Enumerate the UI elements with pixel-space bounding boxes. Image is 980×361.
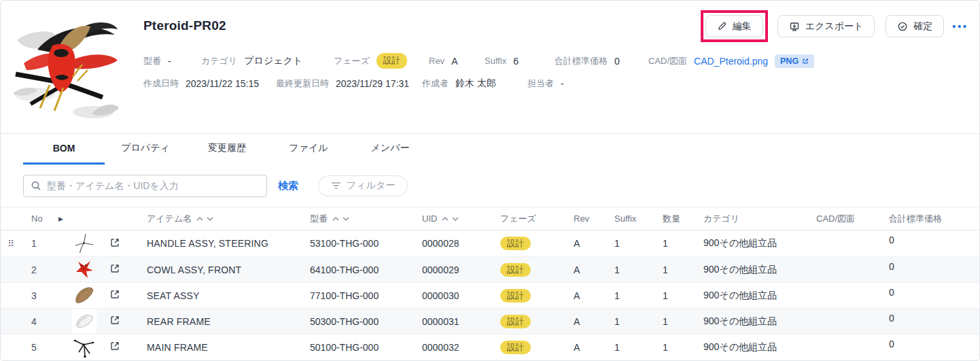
col-header-suffix: Suffix [609, 213, 653, 224]
updated-at-label: 最終更新日時 [276, 78, 329, 90]
sort-desc-icon[interactable] [452, 217, 459, 221]
product-image [12, 12, 121, 121]
col-header-cad: CAD/図面 [813, 213, 881, 225]
open-item-icon[interactable] [109, 315, 120, 326]
sort-desc-icon[interactable] [207, 217, 213, 221]
table-row[interactable]: ⠿ 1 HANDLE ASSY, STEERING 53100-THG-000 … [1, 230, 979, 256]
col-header-qty: 数量 [653, 213, 694, 225]
item-name: REAR FRAME [140, 316, 310, 327]
tab-properties[interactable]: プロパティ [105, 134, 186, 165]
item-rev: A [568, 238, 609, 249]
phase-badge: 設計 [500, 315, 531, 328]
row-number: 1 [21, 238, 58, 249]
item-model: 50100-THG-000 [310, 342, 422, 353]
phase-label: フェーズ [334, 55, 370, 67]
check-circle-icon [897, 21, 908, 32]
table-row[interactable]: 2 COWL ASSY, FRONT 64100-THG-000 0000029… [1, 256, 979, 282]
item-price: 0 [881, 283, 979, 298]
filter-button-label: フィルター [347, 179, 395, 192]
item-suffix: 1 [609, 238, 653, 249]
sort-asc-icon[interactable] [332, 217, 339, 221]
search-button[interactable]: 検索 [278, 179, 298, 192]
item-rev: A [568, 290, 609, 301]
tab-members[interactable]: メンバー [349, 134, 431, 165]
header-main: Pteroid-PR02 編集 [143, 12, 968, 122]
item-uid: 0000029 [422, 264, 500, 275]
tab-change-history[interactable]: 変更履歴 [186, 134, 268, 165]
table-row[interactable]: 4 REAR FRAME 50300-THG-000 0000031 設計 A … [1, 308, 979, 334]
sort-desc-icon[interactable] [343, 217, 349, 221]
item-qty: 1 [653, 264, 694, 275]
phase-badge: 設計 [500, 263, 531, 277]
row-number: 5 [21, 342, 58, 353]
item-thumbnail [72, 283, 97, 308]
col-header-category: カテゴリ [694, 213, 813, 225]
table-row[interactable]: 3 SEAT ASSY 77100-THG-000 0000030 設計 A 1… [1, 282, 979, 308]
item-thumbnail [72, 309, 97, 334]
category-label: カテゴリ [201, 55, 237, 67]
item-uid: 0000028 [422, 238, 500, 249]
row-number: 2 [21, 264, 58, 275]
sort-asc-icon[interactable] [442, 217, 449, 221]
png-file-badge[interactable]: PNG [775, 54, 814, 68]
edit-button[interactable]: 編集 [705, 15, 763, 37]
phase-badge: 設計 [500, 341, 531, 354]
export-icon [789, 21, 800, 32]
search-input[interactable] [47, 180, 260, 191]
meta-row-1: 型番 - カテゴリ プロジェクト フェーズ 設計 Rev A Suffix [143, 53, 968, 69]
tab-bom[interactable]: BOM [23, 134, 105, 165]
bom-toolbar: 検索 フィルター [1, 165, 979, 207]
item-suffix: 1 [609, 264, 653, 275]
item-qty: 1 [653, 342, 694, 353]
cad-label: CAD/図面 [648, 55, 687, 67]
rev-value: A [451, 56, 457, 67]
open-item-icon[interactable] [109, 237, 120, 248]
item-rev: A [568, 316, 609, 327]
table-row[interactable]: 5 MAIN FRAME 50100-THG-000 0000032 設計 A … [1, 334, 979, 360]
cad-file-link[interactable]: CAD_Pteroid.png [694, 56, 768, 67]
assignee-label: 担当者 [527, 78, 554, 90]
phase-badge: 設計 [500, 237, 531, 250]
export-button[interactable]: エクスポート [777, 15, 875, 37]
model-value: - [168, 56, 171, 67]
item-uid: 0000032 [422, 342, 500, 353]
external-link-icon [802, 58, 809, 65]
col-header-rev: Rev [568, 213, 609, 224]
col-header-item-name: アイテム名 [140, 213, 310, 225]
assignee-value: - [561, 78, 564, 89]
item-suffix: 1 [609, 342, 653, 353]
table-header-row: No ▶ アイテム名 型番 UID [1, 207, 979, 230]
edit-button-label: 編集 [733, 20, 752, 33]
expand-caret-icon[interactable]: ▶ [58, 216, 72, 222]
item-suffix: 1 [609, 290, 653, 301]
png-badge-label: PNG [780, 56, 799, 66]
search-box[interactable] [23, 175, 267, 197]
more-actions-button[interactable]: ••• [952, 21, 968, 32]
drag-handle-icon[interactable]: ⠿ [1, 239, 21, 248]
sort-asc-icon[interactable] [196, 217, 203, 221]
creator-label: 作成者 [422, 78, 449, 90]
tab-files[interactable]: ファイル [268, 134, 349, 165]
bom-table: No ▶ アイテム名 型番 UID [1, 207, 979, 360]
category-value: プロジェクト [244, 55, 302, 67]
meta-row-2: 作成日時 2023/11/22 15:15 最終更新日時 2023/11/29 … [143, 78, 968, 90]
item-uid: 0000031 [422, 316, 500, 327]
item-model: 64100-THG-000 [310, 264, 422, 275]
edit-button-highlight-annotation: 編集 [701, 10, 768, 42]
col-header-phase: フェーズ [500, 213, 568, 225]
rev-label: Rev [429, 56, 444, 66]
pencil-icon [717, 21, 727, 31]
item-category: 900その他組立品 [694, 315, 813, 328]
item-model: 53100-THG-000 [310, 238, 422, 249]
creator-value: 鈴木 太郎 [455, 78, 496, 90]
open-item-icon[interactable] [109, 289, 120, 300]
item-uid: 0000030 [422, 290, 500, 301]
confirm-button[interactable]: 確定 [886, 15, 944, 37]
col-header-price: 合計標準価格 [881, 213, 979, 225]
col-header-no: No [21, 213, 58, 224]
open-item-icon[interactable] [109, 263, 120, 274]
filter-button[interactable]: フィルター [318, 175, 408, 196]
item-price: 0 [881, 309, 979, 324]
open-item-icon[interactable] [109, 341, 120, 351]
header-actions: 編集 エクスポート [701, 10, 968, 42]
